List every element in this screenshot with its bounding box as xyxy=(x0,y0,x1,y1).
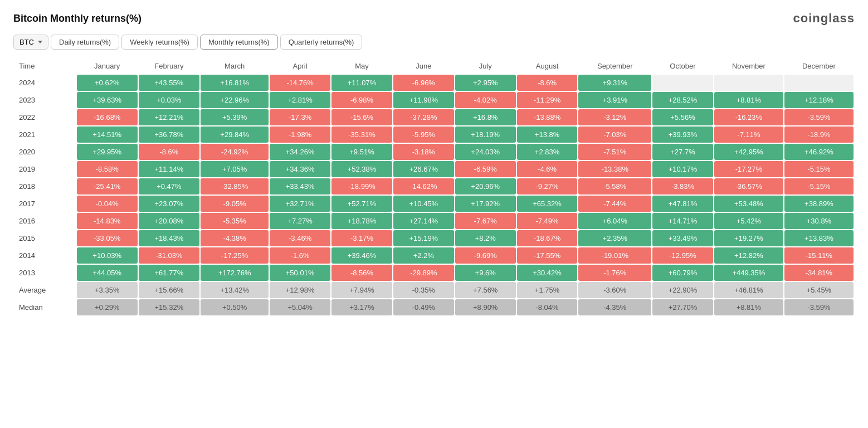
median-cell: +0.50% xyxy=(201,299,269,315)
data-cell: +22.96% xyxy=(201,92,269,108)
table-row: 2013+44.05%+61.77%+172.76%+50.01%-8.56%-… xyxy=(14,265,854,281)
year-cell: 2024 xyxy=(14,75,76,91)
data-cell: +10.17% xyxy=(652,161,713,177)
year-cell: 2016 xyxy=(14,213,76,229)
data-cell: +24.03% xyxy=(455,144,516,160)
data-cell: -7.49% xyxy=(517,213,578,229)
col-october: October xyxy=(652,59,713,74)
data-cell: +61.77% xyxy=(139,265,199,281)
chevron-down-icon xyxy=(38,41,42,43)
data-cell: +449.35% xyxy=(714,265,783,281)
data-cell: +10.45% xyxy=(393,196,454,212)
year-cell: 2013 xyxy=(14,265,76,281)
median-cell: +3.17% xyxy=(331,299,392,315)
data-cell: -3.46% xyxy=(270,230,330,246)
data-cell: -1.98% xyxy=(270,127,330,143)
col-july: July xyxy=(455,59,516,74)
average-row: Average+3.35%+15.66%+13.42%+12.98%+7.94%… xyxy=(14,282,854,298)
data-cell: +7.27% xyxy=(270,213,330,229)
data-cell: +33.49% xyxy=(652,230,713,246)
data-cell: +0.47% xyxy=(139,178,199,194)
tab-quarterly[interactable]: Quarterly returns(%) xyxy=(280,35,363,50)
data-cell: +52.71% xyxy=(331,196,392,212)
data-cell: -3.12% xyxy=(578,109,651,125)
data-cell: +11.98% xyxy=(393,92,454,108)
table-row: 2019-8.58%+11.14%+7.05%+34.36%+52.38%+26… xyxy=(14,161,854,177)
data-cell: +2.2% xyxy=(393,247,454,264)
data-cell: -5.58% xyxy=(578,178,651,194)
data-cell: +5.39% xyxy=(201,109,269,125)
data-cell: -24.92% xyxy=(201,144,269,160)
table-row: 2024+0.62%+43.55%+16.81%-14.76%+11.07%-6… xyxy=(14,75,854,91)
average-cell: +5.45% xyxy=(784,282,854,298)
data-cell: +42.95% xyxy=(714,144,783,160)
tab-weekly[interactable]: Weekly returns(%) xyxy=(121,35,198,50)
data-cell: +26.67% xyxy=(393,161,454,177)
median-cell: +8.90% xyxy=(455,299,516,315)
table-row: 2014+10.03%-31.03%-17.25%-1.6%+39.46%+2.… xyxy=(14,247,854,264)
data-cell: -15.11% xyxy=(784,247,854,264)
data-cell: -6.59% xyxy=(455,161,516,177)
data-cell: -4.02% xyxy=(455,92,516,108)
tab-monthly[interactable]: Monthly returns(%) xyxy=(200,35,278,50)
data-cell: +39.63% xyxy=(77,92,138,108)
data-cell: +39.93% xyxy=(652,127,713,143)
page-title: Bitcoin Monthly returns(%) xyxy=(13,13,142,25)
data-cell: +9.31% xyxy=(578,75,651,91)
data-cell: -5.15% xyxy=(784,178,854,194)
data-cell: -32.85% xyxy=(201,178,269,194)
data-cell: -12.95% xyxy=(652,247,713,264)
data-cell: -14.76% xyxy=(270,75,330,91)
data-cell: -5.15% xyxy=(784,161,854,177)
year-cell: 2017 xyxy=(14,196,76,212)
average-cell: +7.56% xyxy=(455,282,516,298)
data-cell: +19.27% xyxy=(714,230,783,246)
data-cell: -6.96% xyxy=(393,75,454,91)
data-cell: +44.05% xyxy=(77,265,138,281)
median-cell: -4.35% xyxy=(578,299,651,315)
year-cell: 2019 xyxy=(14,161,76,177)
data-cell: +47.81% xyxy=(652,196,713,212)
data-cell: -17.3% xyxy=(270,109,330,125)
average-cell: +22.90% xyxy=(652,282,713,298)
data-cell: -16.68% xyxy=(77,109,138,125)
data-cell: +0.03% xyxy=(139,92,199,108)
year-cell: 2021 xyxy=(14,127,76,143)
asset-label: BTC xyxy=(19,38,34,46)
median-label: Median xyxy=(14,299,76,315)
table-row: 2018-25.41%+0.47%-32.85%+33.43%-18.99%-1… xyxy=(14,178,854,194)
data-cell: +30.42% xyxy=(517,265,578,281)
col-december: December xyxy=(784,59,854,74)
data-cell: -9.05% xyxy=(201,196,269,212)
data-cell: -14.62% xyxy=(393,178,454,194)
data-cell: -29.89% xyxy=(393,265,454,281)
data-cell: +13.83% xyxy=(784,230,854,246)
data-cell: -5.95% xyxy=(393,127,454,143)
data-cell: +14.71% xyxy=(652,213,713,229)
data-cell xyxy=(714,75,783,91)
col-february: February xyxy=(139,59,199,74)
average-cell: +13.42% xyxy=(201,282,269,298)
tab-daily[interactable]: Daily returns(%) xyxy=(51,35,119,50)
median-cell: +15.32% xyxy=(139,299,199,315)
data-cell: +2.95% xyxy=(455,75,516,91)
data-cell: -35.31% xyxy=(331,127,392,143)
year-cell: 2014 xyxy=(14,247,76,264)
median-cell: +8.81% xyxy=(714,299,783,315)
data-cell: +5.42% xyxy=(714,213,783,229)
data-cell: +20.08% xyxy=(139,213,199,229)
data-cell: -3.17% xyxy=(331,230,392,246)
col-january: January xyxy=(77,59,138,74)
data-cell: +0.62% xyxy=(77,75,138,91)
col-march: March xyxy=(201,59,269,74)
asset-selector[interactable]: BTC xyxy=(13,35,48,50)
data-cell: -9.69% xyxy=(455,247,516,264)
data-cell: +17.92% xyxy=(455,196,516,212)
average-label: Average xyxy=(14,282,76,298)
data-cell: +18.78% xyxy=(331,213,392,229)
average-cell: +46.81% xyxy=(714,282,783,298)
data-cell: -8.6% xyxy=(139,144,199,160)
average-cell: +3.35% xyxy=(77,282,138,298)
returns-table: Time January February March April May Ju… xyxy=(13,57,855,317)
data-cell xyxy=(652,75,713,91)
